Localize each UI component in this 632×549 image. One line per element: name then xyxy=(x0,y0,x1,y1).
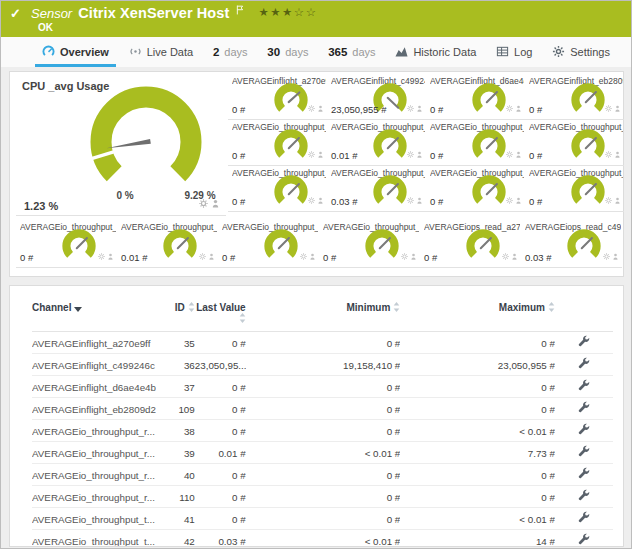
pin-icon[interactable] xyxy=(317,144,324,162)
gear-icon[interactable] xyxy=(605,190,612,208)
gear-icon[interactable] xyxy=(308,144,315,162)
gauge-dial xyxy=(465,228,501,264)
tab-live-data[interactable]: Live Data xyxy=(126,37,196,67)
mini-gauge-cell[interactable]: AVERAGEio_throughput_write_... 0.01 # xyxy=(117,220,218,268)
gear-icon[interactable] xyxy=(199,246,206,264)
gear-icon[interactable] xyxy=(407,144,414,162)
channel-settings-wrench-icon[interactable] xyxy=(578,470,590,481)
gauge-value: 0 # xyxy=(430,150,443,161)
gear-icon[interactable] xyxy=(506,144,513,162)
cell-maximum: < 0.01 # xyxy=(400,508,555,530)
flag-icon[interactable] xyxy=(236,1,244,19)
pin-icon[interactable] xyxy=(515,144,522,162)
pin-icon[interactable] xyxy=(612,246,619,264)
cpu-avg-usage-gauge[interactable]: CPU _avg Usage 0 % 9.29 % 1.23 % xyxy=(16,74,226,216)
table-row[interactable]: AVERAGEio_throughput_r... 40 0 # 0 # 0 # xyxy=(32,464,613,486)
tab-2-days[interactable]: 2 days xyxy=(210,37,251,67)
pin-icon[interactable] xyxy=(107,246,114,264)
col-header-maximum[interactable]: Maximum xyxy=(400,300,555,332)
table-row[interactable]: AVERAGEio_throughput_t... 42 0.03 # < 0.… xyxy=(32,530,613,548)
pin-icon[interactable] xyxy=(309,246,316,264)
pin-icon[interactable] xyxy=(410,246,417,264)
mini-gauge-cell[interactable]: AVERAGEio_throughput_read_... 0 # xyxy=(525,120,624,166)
mini-gauge-cell[interactable]: AVERAGEiops_read_c499246c 0.03 # xyxy=(521,220,622,268)
mini-gauge-cell[interactable]: AVERAGEinflight_c499246c 23,050,955 # xyxy=(327,74,426,120)
tab-log[interactable]: Log xyxy=(493,37,535,67)
mini-gauge-cell[interactable]: AVERAGEio_throughput_total_... 0 # xyxy=(426,166,525,212)
channel-settings-wrench-icon[interactable] xyxy=(578,404,590,415)
pin-icon[interactable] xyxy=(614,98,621,116)
pin-icon[interactable] xyxy=(416,190,423,208)
channel-settings-wrench-icon[interactable] xyxy=(578,448,590,459)
gauge-value: 0 # xyxy=(430,196,443,207)
pin-icon[interactable] xyxy=(208,246,215,264)
sensor-status-badge: OK xyxy=(38,22,317,33)
pin-icon[interactable] xyxy=(416,98,423,116)
tab-settings[interactable]: Settings xyxy=(549,37,613,67)
col-header-minimum[interactable]: Minimum xyxy=(246,300,401,332)
gear-icon[interactable] xyxy=(603,246,610,264)
gear-icon[interactable] xyxy=(199,194,208,212)
col-header-channel[interactable]: Channel xyxy=(32,300,156,332)
tab-historic-data[interactable]: Historic Data xyxy=(392,37,479,67)
table-row[interactable]: AVERAGEinflight_eb2809d2 109 0 # 0 # 0 # xyxy=(32,398,613,420)
pin-icon[interactable] xyxy=(511,246,518,264)
table-row[interactable]: AVERAGEinflight_d6ae4e4b 37 0 # 0 # 0 # xyxy=(32,376,613,398)
mini-gauge-cell[interactable]: AVERAGEio_throughput_write_... 0 # xyxy=(218,220,319,268)
gear-icon[interactable] xyxy=(506,190,513,208)
gear-icon[interactable] xyxy=(308,98,315,116)
pin-icon[interactable] xyxy=(614,190,621,208)
col-header-id[interactable]: ID xyxy=(156,300,195,332)
gear-icon[interactable] xyxy=(502,246,509,264)
gear-icon[interactable] xyxy=(308,190,315,208)
gear-icon[interactable] xyxy=(506,98,513,116)
col-header-last-value[interactable]: Last Value xyxy=(195,300,246,332)
channel-settings-wrench-icon[interactable] xyxy=(578,426,590,437)
mini-gauge-cell[interactable]: AVERAGEinflight_eb2809d2 0 # xyxy=(525,74,624,120)
gear-icon[interactable] xyxy=(98,246,105,264)
pin-icon[interactable] xyxy=(317,190,324,208)
mini-gauge-cell[interactable]: AVERAGEinflight_a270e9ff 0 # xyxy=(228,74,327,120)
priority-stars[interactable]: ★★★☆☆ xyxy=(258,5,317,19)
pin-icon[interactable] xyxy=(211,194,220,212)
table-row[interactable]: AVERAGEinflight_c499246c 36 23,050,95...… xyxy=(32,354,613,376)
gauge-value: 0.03 # xyxy=(525,252,551,263)
mini-gauge-cell[interactable]: AVERAGEio_throughput_total_... 0 # xyxy=(228,166,327,212)
gear-icon[interactable] xyxy=(605,144,612,162)
channel-settings-wrench-icon[interactable] xyxy=(578,514,590,525)
mini-gauge-cell[interactable]: AVERAGEio_throughput_write_... 0 # xyxy=(16,220,117,268)
mini-gauge-cell[interactable]: AVERAGEio_throughput_read_... 0 # xyxy=(426,120,525,166)
channel-settings-wrench-icon[interactable] xyxy=(578,536,590,547)
table-row[interactable]: AVERAGEio_throughput_r... 39 0.01 # < 0.… xyxy=(32,442,613,464)
pin-icon[interactable] xyxy=(317,98,324,116)
mini-gauge-cell[interactable]: AVERAGEinflight_d6ae4e4b 0 # xyxy=(426,74,525,120)
channel-settings-wrench-icon[interactable] xyxy=(578,382,590,393)
tab-30-days[interactable]: 30 days xyxy=(264,37,311,67)
gear-icon[interactable] xyxy=(407,98,414,116)
mini-gauge-cell[interactable]: AVERAGEio_throughput_read_... 0 # xyxy=(228,120,327,166)
table-row[interactable]: AVERAGEio_throughput_t... 41 0 # 0 # < 0… xyxy=(32,508,613,530)
pin-icon[interactable] xyxy=(614,144,621,162)
table-row[interactable]: AVERAGEio_throughput_r... 38 0 # 0 # < 0… xyxy=(32,420,613,442)
pin-icon[interactable] xyxy=(515,98,522,116)
gear-icon[interactable] xyxy=(605,98,612,116)
mini-gauge-cell[interactable]: AVERAGEio_throughput_write_... 0 # xyxy=(319,220,420,268)
channel-settings-wrench-icon[interactable] xyxy=(578,492,590,503)
mini-gauge-cell[interactable]: AVERAGEio_throughput_total_... 0 # xyxy=(525,166,624,212)
mini-gauge-cell[interactable]: AVERAGEio_throughput_total_... 0.03 # xyxy=(327,166,426,212)
gear-icon[interactable] xyxy=(401,246,408,264)
tab-overview[interactable]: Overview xyxy=(39,37,112,67)
channel-settings-wrench-icon[interactable] xyxy=(578,338,590,349)
gear-icon[interactable] xyxy=(300,246,307,264)
pin-icon[interactable] xyxy=(416,144,423,162)
status-ok-check-icon: ✓ xyxy=(10,6,21,21)
tab-365-days[interactable]: 365 days xyxy=(325,37,378,67)
pin-icon[interactable] xyxy=(515,190,522,208)
gear-icon[interactable] xyxy=(407,190,414,208)
channel-settings-wrench-icon[interactable] xyxy=(578,360,590,371)
cell-channel: AVERAGEinflight_eb2809d2 xyxy=(32,398,156,420)
mini-gauge-cell[interactable]: AVERAGEio_throughput_read_... 0.01 # xyxy=(327,120,426,166)
table-row[interactable]: AVERAGEio_throughput_r... 110 0 # 0 # 0 … xyxy=(32,486,613,508)
mini-gauge-cell[interactable]: AVERAGEiops_read_a270e9ff 0 # xyxy=(420,220,521,268)
table-row[interactable]: AVERAGEinflight_a270e9ff 35 0 # 0 # 0 # xyxy=(32,332,613,354)
